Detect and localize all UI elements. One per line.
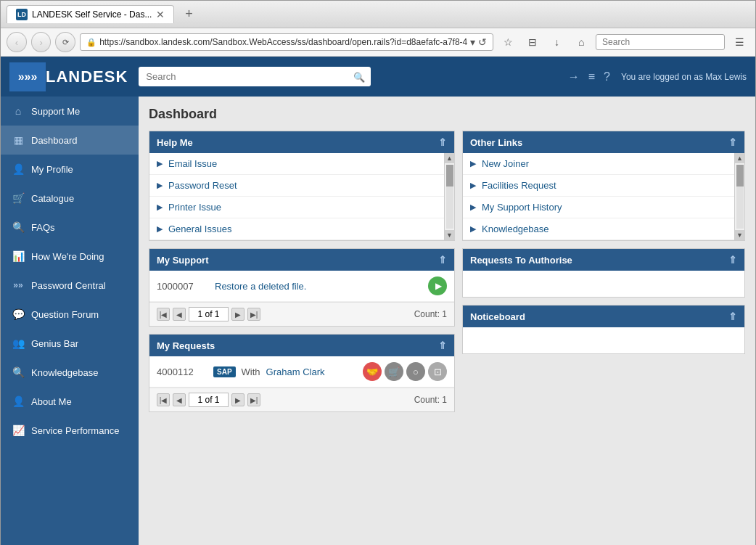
other-links-scroll-container: ▶ New Joiner ▶ Facilities Request <box>463 153 744 240</box>
scrollbar-track <box>736 165 744 229</box>
address-text: https://sandbox.landesk.com/Sandbox.WebA… <box>99 37 467 47</box>
transport-icon-button[interactable]: ○ <box>406 362 425 381</box>
cart-icon: 🛒 <box>11 191 25 205</box>
noticeboard-collapse-button[interactable]: ⇑ <box>728 311 737 322</box>
scrollbar-thumb[interactable] <box>446 165 453 187</box>
sidebar-label-my-profile: My Profile <box>31 164 73 175</box>
request-with-text: With <box>242 366 260 377</box>
last-page-button[interactable]: ▶| <box>247 308 260 321</box>
first-page-button[interactable]: |◀ <box>157 393 170 406</box>
help-me-list: ▶ Email Issue ▶ Password Reset <box>149 153 444 240</box>
sidebar-item-faqs[interactable]: 🔍 FAQs <box>1 213 139 242</box>
menu-button[interactable]: ☰ <box>729 32 749 52</box>
other-link-new-joiner[interactable]: ▶ New Joiner <box>463 153 734 175</box>
bookmark-star-button[interactable]: ☆ <box>498 32 518 52</box>
requests-authorise-collapse-button[interactable]: ⇑ <box>728 254 737 266</box>
sidebar-item-how-were-doing[interactable]: 📊 How We're Doing <box>1 242 139 271</box>
tab-close-button[interactable]: ✕ <box>156 9 165 20</box>
my-requests-panel: My Requests ⇑ 4000112 SAP With Graham Cl… <box>149 334 455 412</box>
help-me-scrollbar[interactable]: ▲ ▼ <box>444 153 454 240</box>
scrollbar-down-button[interactable]: ▼ <box>445 230 455 240</box>
help-me-panel-body: ▶ Email Issue ▶ Password Reset <box>149 153 454 240</box>
sidebar-item-catalogue[interactable]: 🛒 Catalogue <box>1 184 139 213</box>
tab-favicon: LD <box>16 9 28 20</box>
play-button[interactable]: ▶ <box>428 276 447 295</box>
prev-page-button[interactable]: ◀ <box>173 308 186 321</box>
next-page-button[interactable]: ▶ <box>231 308 245 321</box>
help-item-printer-issue[interactable]: ▶ Printer Issue <box>149 197 444 218</box>
first-page-button[interactable]: |◀ <box>157 308 170 321</box>
sidebar-item-my-profile[interactable]: 👤 My Profile <box>1 155 139 184</box>
help-me-panel-header: Help Me ⇑ <box>149 131 454 153</box>
sidebar-item-service-performance[interactable]: 📈 Service Performance <box>1 416 139 445</box>
other-link-support-history[interactable]: ▶ My Support History <box>463 197 734 218</box>
help-item-label: Printer Issue <box>168 202 221 213</box>
handshake-icon-button[interactable]: 🤝 <box>363 362 382 381</box>
sidebar-item-dashboard[interactable]: ▦ Dashboard <box>1 126 139 155</box>
noticeboard-panel: Noticeboard ⇑ <box>462 305 745 354</box>
other-link-label: Knowledgebase <box>482 224 549 234</box>
page-input[interactable] <box>189 393 229 407</box>
browser-search-input[interactable] <box>602 37 718 47</box>
sidebar-label-faqs: FAQs <box>31 222 55 233</box>
sidebar-item-password-central[interactable]: »» Password Central <box>1 271 139 300</box>
other-link-facilities[interactable]: ▶ Facilities Request <box>463 175 734 197</box>
support-ticket-row: 1000007 Restore a deleted file. ▶ <box>149 271 454 302</box>
browser-search-bar[interactable] <box>596 34 725 50</box>
new-tab-button[interactable]: + <box>180 6 197 23</box>
page-input[interactable] <box>189 307 229 321</box>
browser-tab[interactable]: LD LANDESK Self Service - Das... ✕ <box>7 5 174 23</box>
sidebar-item-question-forum[interactable]: 💬 Question Forum <box>1 300 139 329</box>
cart-icon-button[interactable]: 🛒 <box>385 362 403 381</box>
last-page-button[interactable]: ▶| <box>247 393 260 406</box>
sidebar-label-how-were-doing: How We're Doing <box>31 251 104 262</box>
prev-page-button[interactable]: ◀ <box>173 393 186 406</box>
next-page-button[interactable]: ▶ <box>231 393 245 406</box>
sidebar-label-support-me: Support Me <box>31 106 80 117</box>
app-container: »»» LANDESK 🔍 → ≡ ? You are logged on as… <box>1 57 755 545</box>
download-button[interactable]: ↓ <box>547 32 567 52</box>
other-links-body: ▶ New Joiner ▶ Facilities Request <box>463 153 744 240</box>
sidebar-item-genius-bar[interactable]: 👥 Genius Bar <box>1 329 139 358</box>
request-ticket-link[interactable]: Graham Clark <box>266 366 325 377</box>
other-links-header: Other Links ⇑ <box>463 131 744 153</box>
noticeboard-title: Noticeboard <box>470 311 525 322</box>
help-item-general-issues[interactable]: ▶ General Issues <box>149 218 444 240</box>
help-item-email-issue[interactable]: ▶ Email Issue <box>149 153 444 175</box>
other-links-scrollbar[interactable]: ▲ ▼ <box>734 153 744 240</box>
scrollbar-up-button[interactable]: ▲ <box>445 153 455 163</box>
home-nav-button[interactable]: ⌂ <box>571 32 591 52</box>
sidebar-item-knowledgebase[interactable]: 🔍 Knowledgebase <box>1 358 139 387</box>
arrow-icon[interactable]: → <box>568 70 580 83</box>
help-me-collapse-button[interactable]: ⇑ <box>438 136 447 148</box>
bookmark-list-button[interactable]: ⊟ <box>522 32 543 52</box>
other-link-knowledgebase[interactable]: ▶ Knowledgebase <box>463 218 734 240</box>
scrollbar-up-button[interactable]: ▲ <box>735 153 745 163</box>
copy-icon-button[interactable]: ⊡ <box>428 362 447 381</box>
sidebar-item-about-me[interactable]: 👤 About Me <box>1 387 139 416</box>
forward-button[interactable]: › <box>31 32 52 52</box>
refresh-button[interactable]: ↺ <box>478 36 487 48</box>
arrow-icon: ▶ <box>470 202 476 212</box>
address-bar[interactable]: 🔒 https://sandbox.landesk.com/Sandbox.We… <box>80 33 493 51</box>
my-requests-title: My Requests <box>157 340 215 351</box>
app-search-input[interactable] <box>139 67 371 86</box>
my-support-collapse-button[interactable]: ⇑ <box>438 254 447 266</box>
sidebar-item-support-me[interactable]: ⌂ Support Me <box>1 97 139 126</box>
ssl-lock-icon: 🔒 <box>86 38 96 47</box>
my-requests-collapse-button[interactable]: ⇑ <box>438 340 447 351</box>
list-icon[interactable]: ≡ <box>588 70 595 83</box>
help-item-password-reset[interactable]: ▶ Password Reset <box>149 175 444 197</box>
dropdown-arrow[interactable]: ▾ <box>470 36 475 48</box>
request-ticket-row: 4000112 SAP With Graham Clark 🤝 🛒 ○ ⊡ <box>149 356 454 388</box>
help-icon[interactable]: ? <box>604 70 610 83</box>
support-ticket-id: 1000007 <box>157 281 208 292</box>
support-ticket-link[interactable]: Restore a deleted file. <box>215 281 421 292</box>
back-button[interactable]: ‹ <box>7 32 27 52</box>
home-button[interactable]: ⟳ <box>55 32 75 52</box>
scrollbar-down-button[interactable]: ▼ <box>735 230 745 240</box>
dashboard-grid: Help Me ⇑ ▶ Email Issue <box>149 131 745 419</box>
help-item-label: Password Reset <box>168 180 237 191</box>
other-links-collapse-button[interactable]: ⇑ <box>728 136 737 148</box>
scrollbar-thumb[interactable] <box>736 165 744 187</box>
